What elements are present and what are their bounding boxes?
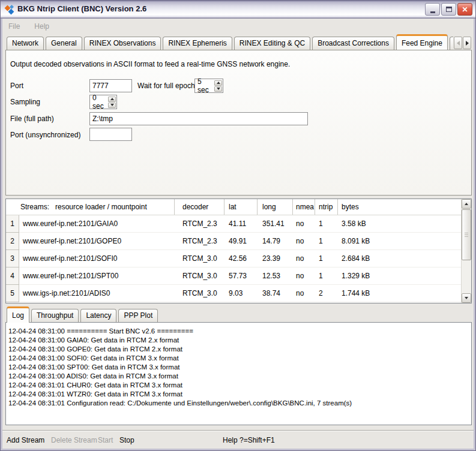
window-title: BKG Ntrip Client (BNC) Version 2.6 (17, 4, 146, 13)
app-icon (5, 5, 15, 15)
sampling-spinner-buttons (107, 96, 116, 109)
menu-file[interactable]: File (8, 22, 20, 31)
cell-nmea: no (293, 215, 315, 232)
feed-engine-panel: Output decoded observations in ASCII for… (5, 50, 472, 196)
minimize-button[interactable] (425, 3, 440, 16)
cell-ntrip: 1 (315, 267, 338, 284)
tab-general[interactable]: General (46, 37, 82, 50)
cell-long: 12.53 (258, 267, 293, 284)
spinner-down-button[interactable] (108, 103, 116, 108)
tab-rinex-editing-qc[interactable]: RINEX Editing & QC (234, 37, 310, 50)
sampling-spinner[interactable]: 0 sec (89, 95, 117, 109)
tab-log[interactable]: Log (7, 306, 29, 323)
streams-scrollbar[interactable] (461, 199, 471, 303)
add-stream-button[interactable]: Add Stream (7, 436, 44, 444)
tab-serial-ou[interactable]: Serial Ou (450, 37, 453, 50)
action-bar: Help ?=Shift+F1 Add StreamDelete StreamS… (2, 430, 474, 449)
help-shortcut-label: Help ?=Shift+F1 (223, 436, 275, 444)
chevron-right-icon (466, 41, 469, 46)
title-bar: BKG Ntrip Client (BNC) Version 2.6 ✕ (1, 1, 475, 19)
scroll-up-button[interactable] (462, 199, 471, 209)
minimize-icon (430, 11, 435, 13)
menu-bar: FileHelp (2, 19, 474, 34)
app-window: BKG Ntrip Client (BNC) Version 2.6 ✕ Fil… (0, 0, 476, 451)
cell-ntrip: 1 (315, 250, 338, 267)
tab-ppp-plot[interactable]: PPP Plot (118, 309, 158, 322)
cell-row-number: 4 (6, 267, 19, 285)
log-area: 12-04-24 08:31:00 ========== Start BNC v… (5, 322, 472, 425)
arrow-down-icon (465, 297, 468, 299)
scrollbar-thumb[interactable] (462, 209, 471, 260)
log-line: 12-04-24 08:31:00 ========== Start BNC v… (8, 327, 469, 336)
stream-row[interactable]: 1www.euref-ip.net:2101/GAIA0RTCM_2.341.1… (6, 215, 471, 233)
bottom-tab-bar: LogThroughputLatencyPPP Plot (7, 306, 160, 322)
tab-scroll-right-button[interactable] (463, 37, 471, 49)
tab-scrollers (454, 37, 471, 49)
cell-nmea: no (293, 285, 315, 302)
header-ntrip: ntrip (315, 199, 338, 215)
cell-mountpoint: www.igs-ip.net:2101/ADIS0 (19, 285, 175, 302)
streams-rows: 1www.euref-ip.net:2101/GAIA0RTCM_2.341.1… (6, 215, 471, 302)
file-full-path-input[interactable] (89, 112, 308, 125)
tab-feed-engine[interactable]: Feed Engine (396, 34, 448, 50)
window-controls: ✕ (425, 3, 472, 16)
tab-rinex-observations[interactable]: RINEX Observations (84, 37, 161, 50)
tab-broadcast-corrections[interactable]: Broadcast Corrections (312, 37, 394, 50)
log-line: 12-04-24 08:31:00 ADIS0: Get data in RTC… (8, 372, 469, 381)
header-streams: Streams: resource loader / mountpoint (6, 199, 175, 215)
cell-long: 14.79 (258, 233, 293, 249)
start-button: Start (98, 436, 113, 444)
wait-spinner-value: 5 sec (195, 77, 214, 94)
stream-row[interactable]: 3www.euref-ip.net:2101/SOFI0RTCM_3.042.5… (6, 250, 471, 267)
cell-ntrip: 1 (315, 233, 338, 249)
cell-decoder: RTCM_3.0 (175, 250, 224, 267)
cell-bytes: 1.744 kB (338, 285, 461, 302)
cell-bytes: 8.091 kB (338, 233, 461, 249)
tab-latency[interactable]: Latency (80, 309, 116, 322)
cell-lat: 42.56 (224, 250, 258, 267)
cell-row-number: 2 (6, 233, 19, 250)
menu-help[interactable]: Help (34, 22, 49, 31)
wait-for-full-epoch-label: Wait for full epoch (137, 79, 195, 92)
stream-row[interactable]: 2www.euref-ip.net:2101/GOPE0RTCM_2.349.9… (6, 233, 471, 250)
tab-network[interactable]: Network (7, 37, 44, 50)
cell-row-number: 5 (6, 285, 19, 302)
port-input[interactable] (89, 79, 132, 92)
cell-nmea: no (293, 233, 315, 249)
close-button[interactable]: ✕ (457, 3, 472, 16)
panel-description: Output decoded observations in ASCII for… (10, 60, 290, 68)
port-unsynchronized-input[interactable] (89, 128, 132, 141)
stream-row[interactable]: 5www.igs-ip.net:2101/ADIS0RTCM_3.09.0338… (6, 285, 471, 302)
header-nmea: nmea (293, 199, 315, 215)
cell-row-number: 3 (6, 250, 19, 267)
log-line: 12-04-24 08:31:00 GAIA0: Get data in RTC… (8, 336, 469, 345)
tab-scroll-left-button (454, 37, 462, 49)
arrow-down-icon (217, 88, 220, 90)
spinner-up-button[interactable] (108, 97, 116, 102)
tab-bar: NetworkGeneralRINEX ObservationsRINEX Ep… (7, 34, 453, 50)
scroll-down-button[interactable] (462, 293, 471, 303)
tab-rinex-ephemeris[interactable]: RINEX Ephemeris (163, 37, 232, 50)
tab-throughput[interactable]: Throughput (31, 309, 79, 322)
spinner-down-button[interactable] (214, 86, 222, 92)
delete-stream-button: Delete Stream (51, 436, 97, 444)
port-unsynchronized-label: Port (unsynchronized) (10, 128, 80, 142)
maximize-button[interactable] (441, 3, 456, 16)
arrow-down-icon (110, 104, 114, 106)
stream-row[interactable]: 4www.euref-ip.net:2101/SPT00RTCM_3.057.7… (6, 267, 471, 285)
cell-lat: 57.73 (224, 267, 258, 284)
sampling-label: Sampling (10, 95, 40, 109)
port-label: Port (10, 79, 23, 92)
cell-long: 351.41 (258, 215, 293, 232)
cell-mountpoint: www.euref-ip.net:2101/GAIA0 (19, 215, 175, 232)
cell-row-number: 1 (6, 215, 19, 233)
wait-for-full-epoch-spinner[interactable]: 5 sec (194, 79, 223, 93)
streams-table: Streams: resource loader / mountpointdec… (5, 199, 472, 303)
log-line: 12-04-24 08:31:00 SOFI0: Get data in RTC… (8, 354, 469, 363)
spinner-up-button[interactable] (214, 80, 222, 86)
header-bytes: bytes (338, 199, 461, 215)
stop-button[interactable]: Stop (119, 436, 134, 444)
cell-lat: 49.91 (224, 233, 258, 249)
file-full-path-label: File (full path) (10, 112, 54, 125)
cell-mountpoint: www.euref-ip.net:2101/GOPE0 (19, 233, 175, 249)
